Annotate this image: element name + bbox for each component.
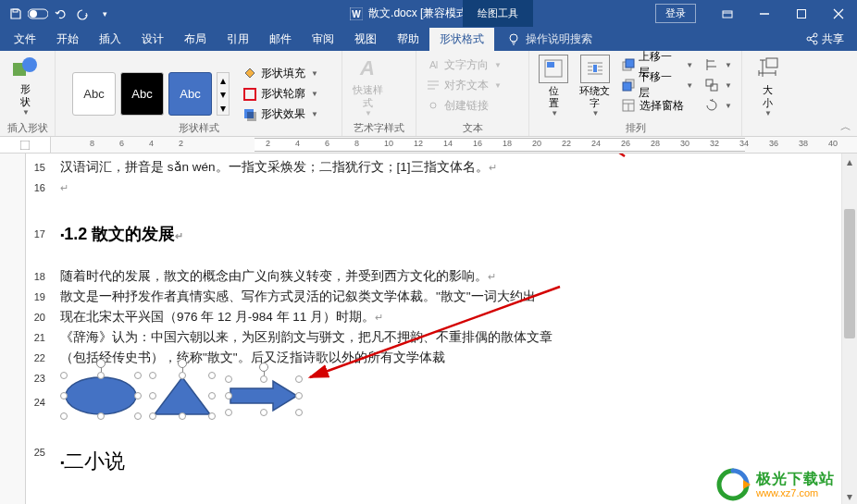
- collapse-ribbon-icon[interactable]: ︿: [838, 119, 853, 134]
- watermark: 极光下载站 www.xz7.com: [715, 467, 835, 502]
- shape-outline-button[interactable]: 形状轮廓▼: [239, 84, 322, 104]
- group-label-arrange: 排列: [529, 120, 741, 136]
- wrap-label: 环绕文 字: [579, 85, 610, 109]
- text-dir-icon: A: [426, 57, 441, 72]
- body-text: 汉语词汇，拼音是 sǎn wén。一指文采焕发；二指犹行文；[1]三指文体名。: [60, 160, 489, 174]
- ruler-number: 20: [532, 139, 541, 148]
- group-label-wordart: 艺术字样式: [342, 120, 416, 136]
- scroll-thumb[interactable]: [844, 209, 855, 338]
- share-icon: [805, 32, 818, 45]
- tab-view[interactable]: 视图: [344, 28, 387, 51]
- save-icon[interactable]: [6, 4, 26, 24]
- align-text-button: 对齐文本▼: [422, 75, 505, 95]
- rotate-objects-button[interactable]: ▼: [701, 95, 736, 116]
- tell-me-label: 操作说明搜索: [526, 31, 592, 47]
- rotate-handle[interactable]: [259, 363, 268, 372]
- minimize-icon[interactable]: [746, 0, 783, 27]
- shape-style-3[interactable]: Abc: [168, 72, 212, 116]
- undo-icon[interactable]: [50, 4, 70, 24]
- link-icon: [426, 98, 441, 113]
- group-label-text: 文本: [416, 120, 528, 136]
- svg-rect-26: [706, 80, 713, 86]
- ruler-number: 16: [473, 139, 482, 148]
- gallery-expand[interactable]: ▴▾▾: [217, 72, 230, 116]
- send-backward-button[interactable]: 下移一层▼: [617, 75, 697, 95]
- position-label: 位 置: [549, 85, 559, 109]
- horizontal-ruler[interactable]: 8642246810121416182022242628303234363840…: [51, 137, 857, 153]
- body-text: 散文是一种抒发作者真情实感、写作方式灵活的记叙类文学体裁。"散文"一词大约出: [60, 289, 536, 303]
- selection-pane-button[interactable]: 选择窗格: [617, 95, 697, 116]
- rotate-handle[interactable]: [178, 359, 187, 368]
- tab-shape-format[interactable]: 形状格式: [429, 28, 494, 51]
- svg-rect-22: [626, 59, 634, 68]
- document-area: 15 16 17 18 19 20 21 22 23 24 25 汉语词汇，拼音…: [0, 154, 857, 504]
- size-button[interactable]: 大 小 ▼: [748, 53, 787, 117]
- ruler-number: 6: [325, 139, 329, 148]
- shape-style-gallery[interactable]: Abc Abc Abc ▴▾▾: [72, 72, 230, 116]
- tab-help[interactable]: 帮助: [387, 28, 429, 51]
- line-numbers: 15 16 17 18 19 20 21 22 23 24 25: [26, 154, 51, 504]
- line-number: 22: [26, 348, 51, 368]
- paragraph-mark: ↵: [175, 230, 183, 241]
- svg-text:A: A: [359, 56, 375, 80]
- ruler-number: 2: [266, 139, 270, 148]
- wordart-quick-styles: A 快速样式 ▼: [348, 53, 387, 117]
- vertical-scrollbar[interactable]: ▴ ▾: [841, 154, 857, 504]
- autosave-toggle[interactable]: [28, 4, 48, 24]
- tab-home[interactable]: 开始: [46, 28, 89, 51]
- tab-mail[interactable]: 邮件: [259, 28, 302, 51]
- position-button[interactable]: 位 置 ▼: [535, 53, 572, 117]
- shape-fill-button[interactable]: 形状填充▼: [239, 64, 322, 84]
- tab-insert[interactable]: 插入: [89, 28, 131, 51]
- tab-references[interactable]: 引用: [217, 28, 259, 51]
- ruler-number: 2: [179, 139, 183, 148]
- ruler-row: 8642246810121416182022242628303234363840…: [0, 137, 857, 154]
- ruler-number: 12: [414, 139, 423, 148]
- svg-rect-24: [623, 82, 631, 91]
- ruler-number: 22: [562, 139, 571, 148]
- selected-shapes-row: [64, 372, 838, 424]
- size-label: 大 小: [763, 84, 773, 108]
- wordart-label: 快速样式: [348, 84, 387, 108]
- ruler-number: 28: [651, 139, 660, 148]
- shape-triangle[interactable]: [153, 375, 212, 416]
- svg-point-7: [510, 34, 517, 42]
- scroll-up-icon[interactable]: ▴: [842, 154, 857, 169]
- maximize-icon[interactable]: [783, 0, 820, 27]
- group-label-shape-styles: 形状样式: [56, 120, 342, 136]
- tell-me-search[interactable]: 操作说明搜索: [498, 28, 602, 51]
- close-icon[interactable]: [820, 0, 857, 27]
- share-button[interactable]: 共享: [796, 28, 853, 51]
- tab-file[interactable]: 文件: [4, 28, 46, 51]
- rotate-handle[interactable]: [96, 359, 106, 368]
- tab-design[interactable]: 设计: [131, 28, 174, 51]
- group-objects-button[interactable]: ▼: [701, 75, 736, 95]
- svg-rect-5: [723, 11, 732, 18]
- line-number: 20: [26, 307, 51, 327]
- wrap-text-button[interactable]: 环绕文 字 ▼: [576, 53, 613, 117]
- tab-layout[interactable]: 布局: [174, 28, 217, 51]
- shape-ellipse[interactable]: [64, 375, 138, 416]
- page-content[interactable]: 汉语词汇，拼音是 sǎn wén。一指文采焕发；二指犹行文；[1]三指文体名。↵…: [51, 154, 857, 504]
- align-icon: [704, 57, 719, 72]
- qat-more-icon[interactable]: ▾: [94, 4, 115, 24]
- svg-text:A: A: [429, 59, 437, 70]
- shape-arrow[interactable]: [229, 379, 299, 412]
- scroll-down-icon[interactable]: ▾: [842, 488, 857, 504]
- shape-style-1[interactable]: Abc: [72, 72, 116, 116]
- body-text: 《辞海》认为：中国六朝以来，为区别韵文与骈文，把凡不押韵、不重排偶的散体文章: [60, 330, 553, 344]
- ribbon-display-icon[interactable]: [709, 0, 746, 27]
- redo-icon[interactable]: [72, 4, 93, 24]
- watermark-url: www.xz7.com: [756, 487, 835, 498]
- watermark-logo-icon: [715, 467, 751, 502]
- shape-style-2[interactable]: Abc: [120, 72, 164, 116]
- tab-review[interactable]: 审阅: [302, 28, 344, 51]
- rotate-icon: [704, 98, 719, 113]
- login-button[interactable]: 登录: [655, 4, 696, 23]
- ruler-number: 18: [503, 139, 512, 148]
- svg-rect-6: [798, 9, 806, 18]
- ruler-corner[interactable]: [0, 137, 51, 153]
- vertical-ruler[interactable]: [0, 154, 26, 504]
- insert-shape-button[interactable]: 形 状 ▼: [6, 53, 44, 117]
- align-objects-button[interactable]: ▼: [701, 55, 736, 75]
